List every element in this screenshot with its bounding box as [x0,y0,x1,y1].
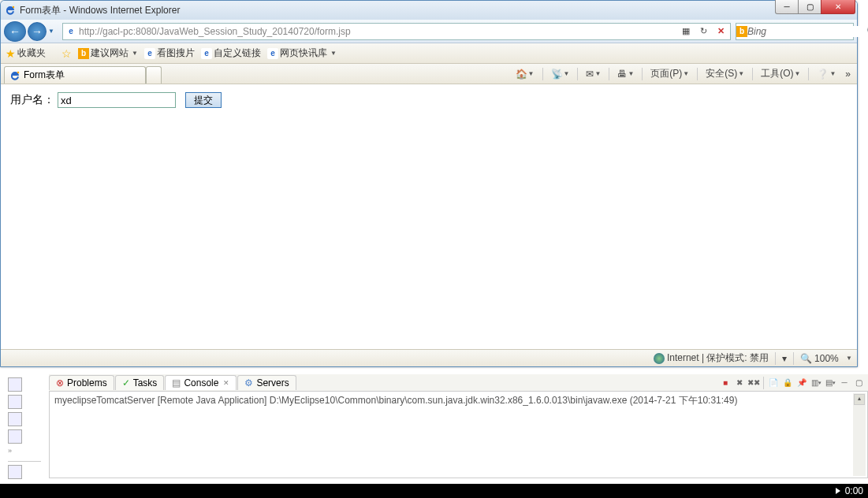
ie-icon: e [267,48,278,59]
console-output[interactable]: myeclipseTomcatServer [Remote Java Appli… [49,392,868,478]
eclipse-view-icon[interactable] [8,465,22,479]
chevron-right-icon[interactable]: » [842,67,854,81]
search-input[interactable] [747,26,866,37]
refresh-dropdown[interactable]: ↻ [695,24,711,39]
tab-servers[interactable]: ⚙Servers [237,375,296,390]
star-add-icon: ☆ [61,47,72,60]
new-tab-button[interactable] [146,66,162,84]
bing-icon: b [78,48,89,59]
nav-history-dropdown[interactable]: ▼ [48,28,58,35]
tab-label: Console [184,377,218,388]
search-bar: b 🔍 [736,23,854,40]
console-line: myeclipseTomcatServer [Remote Java Appli… [54,395,737,406]
globe-icon [654,353,665,364]
pin-console-button[interactable]: 📌 [795,377,808,389]
close-icon[interactable]: ✕ [223,379,229,387]
eclipse-view-toolbar: » [5,374,44,482]
tab-label: Tasks [133,377,158,388]
minimize-button[interactable]: ─ [775,0,799,14]
tab-tasks[interactable]: ✓Tasks [115,375,165,390]
add-favorite-button[interactable]: ☆ [61,47,72,60]
chevron-down-icon: ▼ [132,50,138,57]
title-bar: Form表单 - Windows Internet Explorer ─ ▢ ✕ [1,1,857,20]
safety-menu-label: 安全(S) [706,67,737,80]
window-controls: ─ ▢ ✕ [776,0,855,14]
eclipse-tab-bar: ⊗Problems ✓Tasks ▤Console✕ ⚙Servers ■ ✖ … [49,374,868,392]
tools-menu[interactable]: 工具(O)▼ [758,65,803,82]
fav-link-image-search[interactable]: e看图搜片 [144,46,195,60]
mail-button[interactable]: ✉▼ [583,67,604,81]
compat-view-icon[interactable]: ▦ [678,24,694,39]
bing-icon: b [736,26,747,37]
maximize-view-button[interactable]: ▢ [852,377,865,389]
remove-all-button[interactable]: ✖✖ [747,377,760,389]
stop-button[interactable]: ✕ [713,24,728,39]
remove-launch-button[interactable]: ✖ [733,377,746,389]
print-button[interactable]: 🖶▼ [614,67,637,81]
display-console-button[interactable]: ▥▾ [810,377,822,389]
protected-mode-dropdown[interactable]: ▾ [782,353,787,364]
page-menu[interactable]: 页面(P)▼ [647,65,692,82]
close-button[interactable]: ✕ [821,0,855,14]
status-bar: Internet | 保护模式: 禁用 ▾ 🔍100% ▼ [1,349,857,366]
home-button[interactable]: 🏠▼ [512,67,538,81]
eclipse-view-icon[interactable] [8,429,22,444]
scrollbar[interactable]: ▴ [853,393,866,476]
zoom-label: 100% [814,353,839,364]
open-console-button[interactable]: ▤▾ [824,377,836,389]
scroll-up-button[interactable]: ▴ [854,394,865,405]
fav-link-label: 自定义链接 [214,46,261,60]
taskbar: 0:00 [0,484,868,498]
expand-icon[interactable]: » [8,447,41,455]
url-input[interactable] [79,26,676,37]
username-input[interactable] [58,92,176,108]
clear-console-button[interactable]: 📄 [767,377,780,389]
zone-label: Internet | 保护模式: 禁用 [667,351,769,365]
eclipse-view-icon[interactable] [8,395,22,409]
form-row: 用户名： 提交 [10,92,848,108]
ie-icon [4,4,17,17]
eclipse-view-icon[interactable] [8,412,22,426]
page-icon: e [63,26,79,37]
fav-link-label: 看图搜片 [157,46,195,60]
safety-menu[interactable]: 安全(S)▼ [702,65,747,82]
page-menu-label: 页面(P) [650,67,682,80]
help-button[interactable]: ❔▼ [814,67,839,81]
zoom-control[interactable]: 🔍100% ▼ [800,353,852,364]
chevron-down-icon: ▼ [330,50,337,57]
forward-button[interactable]: → [28,22,47,41]
tab-title: Form表单 [24,69,65,82]
terminate-button[interactable]: ■ [719,377,732,389]
clock: 0:00 [845,485,863,496]
command-bar: 🏠▼ 📡▼ ✉▼ 🖶▼ 页面(P)▼ 安全(S)▼ 工具(O)▼ ❔▼ » [512,65,854,84]
fav-link-label: 网页快讯库 [280,46,327,60]
eclipse-view-icon[interactable] [8,377,22,392]
tab-console[interactable]: ▤Console✕ [165,375,237,390]
star-icon: ★ [6,47,16,60]
ie-icon: e [201,48,212,59]
tab-bar: Form表单 🏠▼ 📡▼ ✉▼ 🖶▼ 页面(P)▼ 安全(S)▼ 工具(O)▼ … [1,64,857,84]
tab-label: Problems [67,377,107,388]
username-label: 用户名： [10,93,54,107]
scroll-lock-button[interactable]: 🔒 [781,377,794,389]
feeds-button[interactable]: 📡▼ [548,67,573,81]
fav-link-webslice[interactable]: e网页快讯库▼ [267,46,337,60]
fav-link-suggested[interactable]: b建议网站▼ [78,46,138,60]
security-zone[interactable]: Internet | 保护模式: 禁用 [654,351,769,365]
favorites-label: 收藏夹 [17,46,46,60]
tab-problems[interactable]: ⊗Problems [49,375,114,390]
play-icon[interactable] [836,488,840,494]
favorites-button[interactable]: ★收藏夹 [6,46,46,60]
back-button[interactable]: ← [4,21,26,42]
tab-active[interactable]: Form表单 [4,66,146,84]
svg-point-0 [13,6,14,8]
window-title: Form表单 - Windows Internet Explorer [20,4,180,17]
navigation-bar: ← → ▼ e ▦ ↻ ✕ b 🔍 [1,20,857,43]
ie-icon [9,70,20,81]
maximize-button[interactable]: ▢ [798,0,821,14]
page-content: 用户名： 提交 [1,84,857,329]
minimize-view-button[interactable]: ─ [838,377,851,389]
submit-button[interactable]: 提交 [185,92,222,108]
fav-link-custom[interactable]: e自定义链接 [201,46,261,60]
favorites-bar: ★收藏夹 ☆ b建议网站▼ e看图搜片 e自定义链接 e网页快讯库▼ [1,43,857,64]
